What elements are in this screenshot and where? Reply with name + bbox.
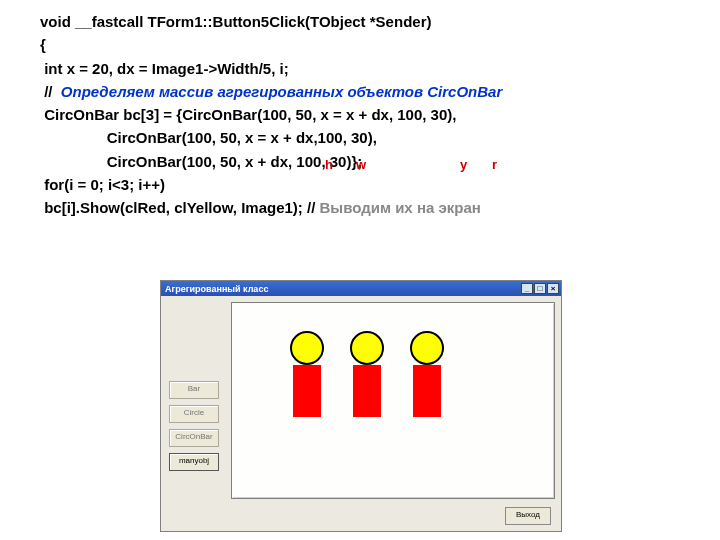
annotation-w: w: [356, 155, 366, 175]
code-line-7: CircOnBar(100, 50, x + dx, 100, 30)};: [40, 153, 362, 170]
code-line-1: void __fastcall TForm1::Button5Click(TOb…: [40, 13, 431, 30]
code-line-3: int x = 20, dx = Image1->Width/5, i;: [40, 60, 289, 77]
close-button[interactable]: ×: [547, 283, 559, 294]
circle-2: [350, 331, 384, 365]
canvas: [231, 302, 555, 499]
manyobj-button[interactable]: manyobj: [169, 453, 219, 471]
minimize-button[interactable]: _: [521, 283, 533, 294]
circle-3: [410, 331, 444, 365]
app-window: Агрегированный класс _ □ × Bar Circle Ci…: [160, 280, 562, 532]
annotation-r: r: [492, 155, 497, 175]
exit-button[interactable]: Выход: [505, 507, 551, 525]
bar-3: [413, 365, 441, 417]
annotation-y: y: [460, 155, 467, 175]
code-line-8: for(i = 0; i<3; i++): [40, 176, 165, 193]
code-line-9c: Выводим их на экран: [320, 199, 481, 216]
circle-button[interactable]: Circle: [169, 405, 219, 423]
titlebar: Агрегированный класс _ □ ×: [161, 281, 561, 296]
bar-2: [353, 365, 381, 417]
code-line-9b: //: [303, 199, 320, 216]
maximize-button[interactable]: □: [534, 283, 546, 294]
code-line-2: {: [40, 36, 46, 53]
circonbar-button[interactable]: CircOnBar: [169, 429, 219, 447]
client-area: Bar Circle CircOnBar manyobj Выход: [161, 296, 561, 531]
code-line-9a: bc[i].Show(clRed, clYellow, Image1);: [40, 199, 303, 216]
code-line-4b: Определяем массив агрегированных объекто…: [57, 83, 503, 100]
code-line-6: CircOnBar(100, 50, x = x + dx,100, 30),: [40, 129, 377, 146]
code-line-4a: //: [40, 83, 57, 100]
window-title: Агрегированный класс: [165, 284, 268, 294]
bar-button[interactable]: Bar: [169, 381, 219, 399]
code-line-5: CircOnBar bc[3] = {CircOnBar(100, 50, x …: [40, 106, 456, 123]
bar-1: [293, 365, 321, 417]
side-buttons: Bar Circle CircOnBar manyobj: [169, 381, 219, 471]
code-block: void __fastcall TForm1::Button5Click(TOb…: [0, 0, 720, 219]
annotation-h: h: [325, 155, 333, 175]
circle-1: [290, 331, 324, 365]
